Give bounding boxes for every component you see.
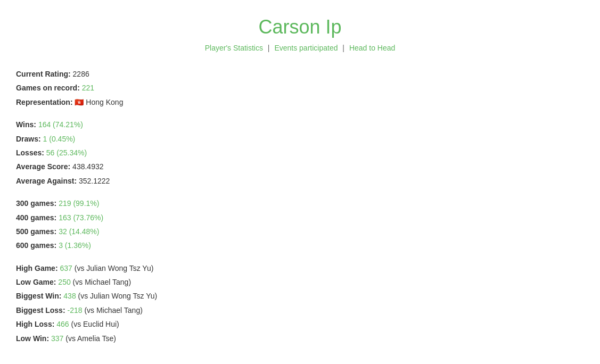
nav-separator-2: | (342, 44, 347, 52)
high-game-value[interactable]: 637 (60, 264, 72, 272)
300-games-label: 300 games: (16, 199, 56, 208)
500-games-row: 500 games: 32 (14.48%) (16, 226, 589, 237)
avg-score-value: 438.4932 (72, 162, 103, 171)
wins-row: Wins: 164 (74.21%) (16, 119, 589, 130)
wins-value: 164 (74.21%) (38, 120, 83, 129)
high-loss-row: High Loss: 466 (vs Euclid Hui) (16, 318, 589, 330)
low-win-row: Low Win: 337 (vs Amelia Tse) (16, 333, 589, 344)
low-game-row: Low Game: 250 (vs Michael Tang) (16, 276, 589, 288)
biggest-loss-suffix: (vs Michael Tang) (84, 306, 142, 315)
biggest-win-label: Biggest Win: (16, 292, 61, 300)
current-rating-label: Current Rating: (16, 70, 71, 78)
low-game-suffix: (vs Michael Tang) (73, 278, 131, 286)
high-loss-label: High Loss: (16, 320, 54, 328)
500-games-label: 500 games: (16, 227, 56, 236)
games-on-record-value: 221 (82, 84, 94, 92)
low-win-suffix: (vs Amelia Tse) (65, 334, 116, 343)
basic-stats-section: Current Rating: 2286 Games on record: 22… (11, 68, 589, 108)
losses-label: Losses: (16, 148, 44, 157)
biggest-win-row: Biggest Win: 438 (vs Julian Wong Tsz Yu) (16, 290, 589, 302)
400-games-row: 400 games: 163 (73.76%) (16, 212, 589, 224)
avg-score-label: Average Score: (16, 162, 70, 171)
draws-value: 1 (0.45%) (43, 135, 76, 143)
records-section: High Game: 637 (vs Julian Wong Tsz Yu) L… (11, 262, 589, 344)
representation-country: Hong Kong (86, 98, 123, 106)
nav-head-to-head[interactable]: Head to Head (349, 44, 395, 52)
wins-label: Wins: (16, 120, 36, 129)
nav-player-statistics[interactable]: Player's Statistics (205, 44, 263, 52)
400-games-value: 163 (73.76%) (59, 213, 103, 222)
400-games-label: 400 games: (16, 213, 56, 222)
nav-separator-1: | (268, 44, 272, 52)
biggest-win-value[interactable]: 438 (63, 292, 76, 300)
biggest-loss-label: Biggest Loss: (16, 306, 65, 315)
nav-links: Player's Statistics | Events participate… (11, 44, 589, 52)
600-games-value: 3 (1.36%) (59, 241, 91, 250)
600-games-label: 600 games: (16, 241, 56, 250)
current-rating-row: Current Rating: 2286 (16, 68, 589, 80)
draws-label: Draws: (16, 135, 41, 143)
representation-label: Representation: (16, 98, 73, 106)
biggest-win-suffix: (vs Julian Wong Tsz Yu) (78, 292, 158, 300)
page-container: Carson Ip Player's Statistics | Events p… (0, 0, 600, 364)
draws-row: Draws: 1 (0.45%) (16, 133, 589, 145)
game-counts-section: 300 games: 219 (99.1%) 400 games: 163 (7… (11, 197, 589, 252)
high-game-row: High Game: 637 (vs Julian Wong Tsz Yu) (16, 262, 589, 274)
losses-value: 56 (25.34%) (46, 148, 87, 157)
600-games-row: 600 games: 3 (1.36%) (16, 239, 589, 251)
low-game-value[interactable]: 250 (58, 278, 70, 286)
high-game-label: High Game: (16, 264, 58, 272)
biggest-loss-row: Biggest Loss: -218 (vs Michael Tang) (16, 304, 589, 316)
avg-against-label: Average Against: (16, 177, 77, 185)
losses-row: Losses: 56 (25.34%) (16, 147, 589, 159)
high-loss-value[interactable]: 466 (56, 320, 69, 328)
flag-icon: 🇭🇰 (75, 98, 84, 106)
biggest-loss-value[interactable]: -218 (67, 306, 82, 315)
representation-row: Representation: 🇭🇰 Hong Kong (16, 96, 589, 108)
300-games-row: 300 games: 219 (99.1%) (16, 197, 589, 209)
win-loss-section: Wins: 164 (74.21%) Draws: 1 (0.45%) Loss… (11, 119, 589, 187)
low-win-label: Low Win: (16, 334, 49, 343)
avg-score-row: Average Score: 438.4932 (16, 161, 589, 172)
low-win-value[interactable]: 337 (51, 334, 63, 343)
player-name: Carson Ip (11, 16, 589, 38)
300-games-value: 219 (99.1%) (59, 199, 99, 208)
avg-against-row: Average Against: 352.1222 (16, 175, 589, 187)
games-on-record-label: Games on record: (16, 84, 80, 92)
high-loss-suffix: (vs Euclid Hui) (71, 320, 119, 328)
current-rating-value: 2286 (73, 70, 89, 78)
low-game-label: Low Game: (16, 278, 56, 286)
500-games-value: 32 (14.48%) (59, 227, 99, 236)
nav-events-participated[interactable]: Events participated (274, 44, 338, 52)
games-on-record-row: Games on record: 221 (16, 82, 589, 94)
high-game-suffix: (vs Julian Wong Tsz Yu) (75, 264, 154, 272)
avg-against-value: 352.1222 (79, 177, 110, 185)
